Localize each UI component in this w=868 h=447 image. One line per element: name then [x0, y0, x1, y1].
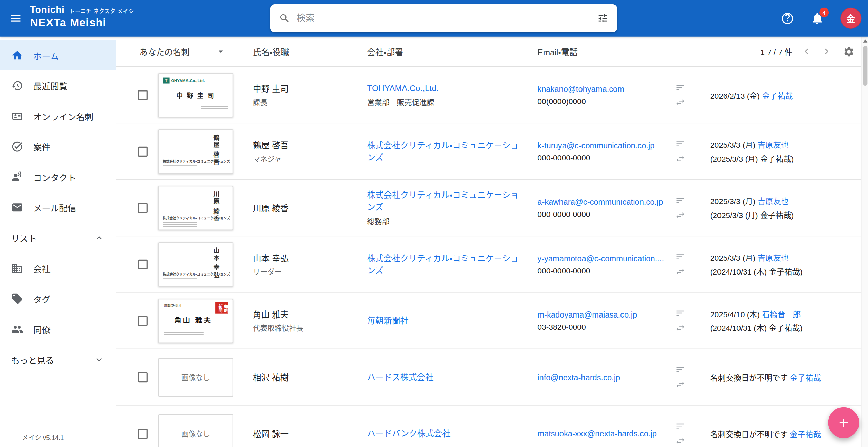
table-row[interactable]: 鶴屋 啓吾 株式会社クリティカル・コミュニケーションズ 鶴屋 啓吾 マネジャー … [116, 123, 862, 180]
company-link[interactable]: 株式会社クリティカル・コミュニケーションズ [367, 252, 525, 276]
sidebar-item-online-card[interactable]: オンライン名刺 [0, 101, 116, 131]
email-link[interactable]: y-yamamotoa@c-communication.... [537, 254, 671, 263]
email-link[interactable]: knakano@tohyama.com [537, 84, 671, 93]
notes-icon[interactable] [675, 421, 685, 431]
phone-number: 000-0000-0000 [537, 266, 671, 275]
exchange-icon[interactable] [675, 323, 685, 333]
exchange-owner-link[interactable]: 金子祐哉 [762, 91, 793, 100]
business-card-thumbnail[interactable]: 毎朝新聞社 毎朝新聞 角山 雅夫 [158, 299, 233, 343]
row-checkbox[interactable] [138, 203, 148, 212]
sidebar-item-deals[interactable]: 案件 [0, 131, 116, 162]
exchange-owner-link[interactable]: 吉原友也 [757, 253, 788, 262]
company-link[interactable]: 株式会社クリティカル・コミュニケーションズ [367, 139, 525, 163]
people-icon [11, 323, 23, 335]
company-link[interactable]: 毎朝新聞社 [367, 314, 525, 327]
next-page-button[interactable] [821, 46, 832, 57]
exchange-icon[interactable] [675, 154, 685, 164]
company-link[interactable]: 株式会社クリティカル・コミュニケーションズ [367, 189, 525, 213]
sidebar-item-contacts[interactable]: コンタクト [0, 162, 116, 192]
table-settings-button[interactable] [843, 46, 855, 57]
sidebar-item-tags[interactable]: タグ [0, 283, 116, 314]
email-link[interactable]: matsuoka-xxx@nexta-hards.co.jp [537, 429, 671, 438]
business-card-thumbnail[interactable]: 画像なし [158, 358, 233, 397]
sidebar-item-home[interactable]: ホーム [0, 40, 116, 70]
exchange-owner-link[interactable]: 吉原友也 [757, 197, 788, 206]
row-checkbox[interactable] [138, 146, 148, 156]
sidebar-section-list[interactable]: リスト [0, 222, 116, 253]
scroll-up-icon[interactable] [863, 39, 867, 43]
row-checkbox[interactable] [138, 372, 148, 382]
company-link[interactable]: ハードス株式会社 [367, 371, 525, 383]
notes-icon[interactable] [675, 252, 685, 262]
scrollbar[interactable] [861, 37, 868, 447]
email-link[interactable]: m-kadoyama@maiasa.co.jp [537, 310, 671, 319]
notifications-button[interactable]: 4 [810, 11, 825, 25]
notes-icon[interactable] [675, 308, 685, 318]
card-list: T OHYAMA.Co.,Ltd. 中 野 圭 司 中野 圭司 課長 TOHYA… [116, 67, 862, 447]
person-title: マネジャー [253, 153, 360, 164]
email-link[interactable]: a-kawhara@c-communication.co.jp [537, 197, 671, 206]
email-link[interactable]: k-turuya@c-communication.co.jp [537, 141, 671, 150]
sidebar-more[interactable]: もっと見る [0, 344, 116, 375]
table-row[interactable]: 川原 綾香 株式会社クリティカル・コミュニケーションズ 川原 綾香 株式会社クリ… [116, 180, 862, 237]
exchange-date: 名刺交換日が不明です [710, 373, 788, 382]
plus-icon [836, 415, 851, 430]
notes-icon[interactable] [675, 139, 685, 149]
sidebar-item-mail-delivery[interactable]: メール配信 [0, 192, 116, 223]
help-button[interactable] [781, 11, 795, 25]
row-checkbox[interactable] [138, 316, 148, 325]
your-cards-filter[interactable]: あなたの名刺 [127, 46, 246, 57]
search-bar[interactable] [270, 4, 617, 32]
phone-number: 000-0000-0000 [537, 153, 671, 162]
previous-exchange: (2024/10/31 (木) 金子祐哉) [710, 266, 862, 277]
exchange-icon[interactable] [675, 380, 685, 389]
menu-button[interactable] [9, 12, 22, 25]
notes-icon[interactable] [675, 82, 685, 92]
add-card-fab[interactable] [828, 407, 859, 438]
person-name: 松岡 詠一 [253, 428, 360, 439]
notes-icon[interactable] [675, 195, 685, 205]
prev-page-button[interactable] [801, 46, 812, 57]
exchange-owner-link[interactable]: 金子祐哉 [790, 373, 821, 382]
business-card-thumbnail[interactable]: 画像なし [158, 414, 233, 447]
exchange-owner-link[interactable]: 吉原友也 [757, 141, 788, 149]
search-input[interactable] [297, 13, 591, 23]
business-card-thumbnail[interactable]: T OHYAMA.Co.,Ltd. 中 野 圭 司 [158, 73, 233, 117]
table-row[interactable]: 画像なし 相沢 祐樹 ハードス株式会社 info@nexta-hards.co.… [116, 349, 862, 406]
account-avatar[interactable]: 金 [840, 8, 861, 29]
business-card-thumbnail[interactable]: 川原 綾香 株式会社クリティカル・コミュニケーションズ [158, 186, 233, 230]
row-checkbox[interactable] [138, 259, 148, 269]
exchange-owner-link[interactable]: 金子祐哉 [790, 430, 821, 439]
sidebar-item-company[interactable]: 会社 [0, 253, 116, 283]
exchange-icon[interactable] [675, 210, 685, 220]
filter-icon[interactable] [597, 13, 609, 24]
table-row[interactable]: 山本 幸弘 株式会社クリティカル・コミュニケーションズ 山本 幸弘 リーダー 株… [116, 236, 862, 293]
search-icon [279, 13, 290, 24]
home-icon [11, 49, 23, 61]
exchange-icon[interactable] [675, 436, 685, 446]
mail-icon [11, 201, 23, 213]
exchange-icon[interactable] [675, 267, 685, 277]
scrollbar-thumb[interactable] [863, 46, 867, 86]
sidebar-item-recent[interactable]: 最近閲覧 [0, 70, 116, 101]
exchange-date: 2025/3/3 (月) [710, 141, 755, 149]
exchange-icon[interactable] [675, 97, 685, 107]
table-row[interactable]: 毎朝新聞社 毎朝新聞 角山 雅夫 角山 雅夫 代表取締役社長 毎朝新聞社 m-k… [116, 293, 862, 349]
sidebar-item-colleagues[interactable]: 同僚 [0, 314, 116, 344]
previous-exchange: (2024/10/31 (木) 金子祐哉) [710, 322, 862, 333]
row-checkbox[interactable] [138, 428, 148, 438]
previous-exchange: (2025/3/3 (月) 金子祐哉) [710, 209, 862, 220]
table-header: あなたの名刺 氏名・役職 会社・部署 Email・電話 1-7 / 7 件 [116, 37, 862, 67]
business-card-thumbnail[interactable]: 山本 幸弘 株式会社クリティカル・コミュニケーションズ [158, 242, 233, 286]
email-link[interactable]: info@nexta-hards.co.jp [537, 373, 671, 382]
exchange-owner-link[interactable]: 石橋晋二郎 [762, 310, 801, 319]
notes-icon[interactable] [675, 365, 685, 374]
app-version: メイシ v5.14.1 [22, 433, 64, 442]
row-checkbox[interactable] [138, 90, 148, 100]
company-link[interactable]: TOHYAMA.Co.,Ltd. [367, 82, 525, 95]
history-icon [11, 79, 23, 92]
company-link[interactable]: ハードバンク株式会社 [367, 427, 525, 440]
table-row[interactable]: 画像なし 松岡 詠一 ハードバンク株式会社 matsuoka-xxx@nexta… [116, 406, 862, 447]
table-row[interactable]: T OHYAMA.Co.,Ltd. 中 野 圭 司 中野 圭司 課長 TOHYA… [116, 67, 862, 124]
business-card-thumbnail[interactable]: 鶴屋 啓吾 株式会社クリティカル・コミュニケーションズ [158, 129, 233, 174]
